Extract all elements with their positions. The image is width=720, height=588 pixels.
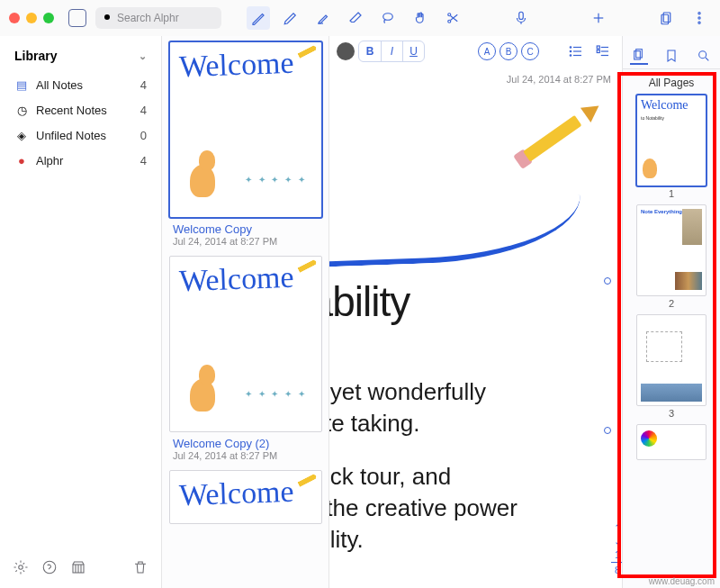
settings-icon[interactable] [13, 559, 29, 579]
text-tool[interactable] [247, 6, 270, 30]
editor-canvas[interactable]: B I U A B C Jul 24, 2014 at 8:27 PM me N… [329, 36, 623, 588]
scissors-tool[interactable] [441, 6, 464, 30]
svg-rect-26 [597, 50, 599, 53]
underline-button[interactable]: U [402, 41, 424, 61]
svg-point-14 [43, 561, 56, 574]
italic-button[interactable]: I [381, 41, 402, 61]
sidebar-footer [0, 550, 161, 588]
drawer-icon: ◈ [14, 128, 29, 142]
list-button[interactable] [564, 40, 588, 63]
svg-point-13 [19, 565, 23, 570]
library-toggle[interactable] [68, 9, 86, 27]
tab-pages[interactable] [630, 47, 648, 65]
note-card[interactable]: Welcome [169, 470, 321, 524]
shop-icon[interactable] [70, 559, 86, 579]
svg-point-21 [570, 55, 572, 57]
total-pages: 8 [615, 565, 620, 575]
svg-rect-28 [634, 51, 641, 59]
doc-body-line: ability. [329, 524, 364, 556]
sidebar-item-alphr[interactable]: ● Alphr 4 [0, 148, 161, 173]
more-menu[interactable] [688, 6, 711, 30]
doc-body-line: note taking. [329, 408, 419, 439]
page-thumbnail[interactable] [636, 424, 706, 460]
close-window[interactable] [9, 13, 20, 23]
svg-point-20 [570, 50, 572, 52]
svg-rect-27 [636, 50, 643, 58]
svg-point-11 [698, 17, 700, 19]
svg-point-19 [570, 47, 572, 49]
lasso-tool[interactable] [376, 6, 400, 30]
favorite-b[interactable]: B [500, 42, 518, 60]
svg-point-2 [383, 14, 393, 21]
note-date: Jul 24, 2014 at 8:27 PM [169, 450, 321, 461]
tab-search[interactable] [695, 47, 713, 65]
notes-list: Welcome ✦ ✦ ✦ ✦ ✦ Welcome Copy Jul 24, 2… [162, 36, 329, 588]
tab-bookmarks[interactable] [662, 47, 680, 65]
page-number: 2 [669, 298, 674, 309]
document-date: Jul 24, 2014 at 8:27 PM [507, 74, 611, 85]
page-thumbnail[interactable]: Note Everything! [636, 204, 706, 296]
pages-toggle[interactable] [655, 6, 679, 30]
note-card[interactable]: Welcome ✦ ✦ ✦ ✦ ✦ Welcome Copy Jul 24, 2… [169, 41, 321, 247]
svg-rect-9 [662, 14, 669, 24]
hand-tool[interactable] [409, 6, 432, 30]
page-thumbnail[interactable]: Welcome to Notability [636, 95, 706, 186]
note-card[interactable]: Welcome ✦ ✦ ✦ ✦ ✦ Welcome Copy (2) Jul 2… [169, 256, 321, 461]
svg-line-1 [110, 20, 112, 23]
sidebar-item-recent[interactable]: ◷ Recent Notes 4 [0, 97, 161, 122]
minimize-window[interactable] [26, 13, 37, 23]
stack-icon: ▤ [14, 77, 29, 92]
selection-handle[interactable] [604, 427, 611, 434]
doc-heading: Notability [329, 277, 410, 326]
chevron-down-icon[interactable]: ⌄ [139, 50, 147, 62]
help-icon[interactable] [41, 559, 58, 579]
editor-toolbar: B I U A B C [329, 36, 622, 67]
svg-rect-25 [597, 46, 599, 49]
svg-rect-8 [663, 13, 670, 23]
style-picker[interactable] [337, 42, 355, 60]
dot-icon: ● [14, 153, 29, 167]
svg-line-30 [706, 58, 708, 60]
sidebar-item-unfiled[interactable]: ◈ Unfiled Notes 0 [0, 122, 161, 148]
sidebar-item-count: 4 [140, 154, 147, 167]
pen-tool[interactable] [279, 6, 302, 30]
svg-point-10 [698, 13, 700, 14]
sidebar-item-label: Recent Notes [36, 104, 107, 117]
favorite-c[interactable]: C [521, 42, 539, 60]
chevron-down-icon[interactable]: ⌄ [614, 536, 622, 547]
titlebar: Search Alphr [0, 0, 720, 36]
sidebar-item-count: 0 [140, 129, 147, 142]
sidebar-item-label: All Notes [36, 78, 83, 92]
window-controls [9, 13, 54, 23]
sidebar-item-count: 4 [140, 78, 147, 92]
checklist-button[interactable] [591, 40, 615, 63]
highlighter-tool[interactable] [311, 6, 335, 30]
mic-button[interactable] [509, 6, 533, 30]
clock-icon: ◷ [14, 103, 29, 117]
eraser-tool[interactable] [344, 6, 367, 30]
page-navigator[interactable]: ⌃ ⌄ 1 8 [611, 522, 623, 575]
page-number: 1 [669, 188, 674, 199]
sidebar-item-count: 4 [140, 104, 147, 117]
search-icon [103, 13, 113, 23]
doc-body-line: er the creative power [329, 493, 518, 524]
bold-button[interactable]: B [359, 41, 381, 61]
search-input[interactable]: Search Alphr [95, 7, 221, 29]
chevron-up-icon[interactable]: ⌃ [614, 522, 622, 534]
favorite-a[interactable]: A [478, 42, 496, 60]
pencil-illustration [521, 103, 598, 164]
selection-handle[interactable] [604, 277, 611, 285]
current-page: 1 [615, 549, 620, 560]
sidebar-item-all-notes[interactable]: ▤ All Notes 4 [0, 72, 161, 97]
trash-icon[interactable] [132, 559, 148, 579]
note-title: Welcome Copy (2) [169, 432, 321, 450]
zoom-window[interactable] [43, 13, 54, 23]
add-button[interactable] [587, 6, 610, 30]
sidebar-item-label: Unfiled Notes [36, 129, 106, 142]
svg-point-4 [448, 20, 451, 23]
library-title: Library [14, 49, 57, 63]
note-title: Welcome Copy [169, 218, 321, 236]
page-number: 3 [669, 408, 674, 419]
library-sidebar: Library ⌄ ▤ All Notes 4 ◷ Recent Notes 4… [0, 36, 162, 588]
page-thumbnail[interactable] [636, 314, 706, 406]
